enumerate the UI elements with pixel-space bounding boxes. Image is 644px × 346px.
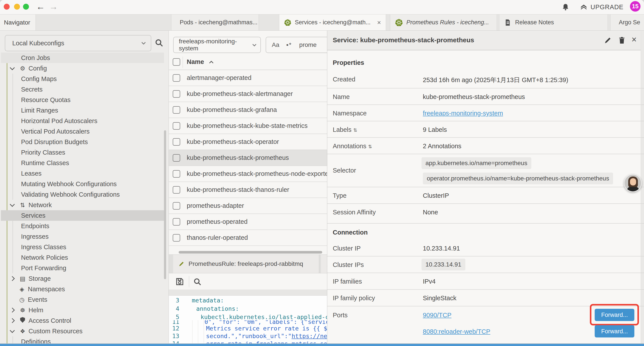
save-icon[interactable] [175, 277, 184, 286]
namespace-link[interactable]: freeleaps-monitoring-system [423, 110, 503, 117]
edit-pencil-icon[interactable] [604, 36, 612, 44]
tab-prometheus-rules-label: Prometheus Rules - icecheng... [406, 19, 489, 26]
line-number: 4 [169, 304, 179, 313]
window-close-light[interactable] [4, 4, 10, 10]
row-checkbox[interactable] [173, 138, 180, 146]
sort-toggle-icon[interactable]: ⇅ [353, 127, 357, 133]
sidebar-group-events[interactable]: ◷ Events [1, 294, 164, 305]
back-arrow-icon[interactable]: ← [36, 2, 45, 11]
app-window: ← → UPGRADE 15 Navigator Pods - icecheng… [0, 0, 644, 346]
sidebar-item-services[interactable]: Services [1, 210, 164, 221]
kubeconfig-search-icon[interactable] [155, 38, 164, 47]
table-header: Name [169, 54, 336, 70]
chevron-down-icon [141, 41, 146, 45]
sidebar-item-runtime-classes[interactable]: Runtime Classes [1, 158, 164, 168]
tab-argo[interactable]: Argo Se [610, 14, 644, 30]
sidebar-item-horizontal-pod-autoscalers[interactable]: Horizontal Pod Autoscalers [1, 116, 164, 126]
row-checkbox[interactable] [173, 74, 180, 82]
sidebar-scrollbar[interactable] [164, 130, 166, 279]
namespace-filter-value: freeleaps-monitoring-system [179, 38, 252, 52]
namespace-filter-dropdown[interactable]: freeleaps-monitoring-system [173, 37, 261, 53]
sidebar-group-config[interactable]: ⚙ Config [1, 63, 164, 74]
port-link-8080[interactable]: 8080:reloader-web/TCP [423, 328, 490, 335]
navigator-tab-label: Navigator [4, 19, 30, 26]
sidebar-group-network[interactable]: ⇅ Network [1, 200, 164, 210]
select-all-checkbox[interactable] [173, 58, 180, 66]
sidebar-item-secrets[interactable]: Secrets [1, 84, 164, 95]
sidebar-item-leases[interactable]: Leases [1, 168, 164, 179]
sidebar-item-limit-ranges[interactable]: Limit Ranges [1, 105, 164, 116]
column-header-name[interactable]: Name [187, 58, 204, 65]
sidebar-item-endpoints[interactable]: Endpoints [1, 221, 164, 231]
delete-trash-icon[interactable] [618, 36, 626, 44]
access-control-shield-icon [19, 317, 26, 324]
chevron-down-icon [10, 328, 15, 333]
tab-pods-label: Pods - icecheng@mathmas... [180, 19, 258, 26]
sidebar-item-port-forwarding[interactable]: Port Forwarding [1, 263, 164, 273]
sidebar-item-cron-jobs[interactable]: Cron Jobs [1, 52, 164, 63]
sidebar-group-custom-resources[interactable]: ❖ Custom Resources [1, 326, 164, 336]
row-checkbox[interactable] [173, 218, 180, 226]
tab-release-notes[interactable]: Release Notes [499, 14, 608, 30]
code-line: metadata: [192, 296, 224, 304]
chevron-down-icon [252, 43, 256, 47]
regex-toggle[interactable]: ▪* [286, 41, 292, 48]
close-panel-icon[interactable]: × [632, 34, 636, 44]
sidebar-item-network-policies[interactable]: Network Policies [1, 252, 164, 263]
tab-services-label: Services - icecheng@math... [295, 19, 371, 26]
tab-pods[interactable]: Pods - icecheng@mathmas... [171, 14, 259, 30]
sidebar-item-mutating-webhook-configurations[interactable]: Mutating Webhook Configurations [1, 179, 164, 189]
editor-tab-prometheusrule[interactable]: PrometheusRule: freeleaps-prod-rabbitmq [173, 255, 319, 273]
line-number: 3 [169, 296, 179, 304]
sidebar-item-pod-disruption-budgets[interactable]: Pod Disruption Budgets [1, 137, 164, 147]
row-checkbox[interactable] [173, 154, 180, 162]
chevron-right-icon [10, 276, 15, 281]
notification-count-badge[interactable]: 15 [630, 1, 640, 11]
row-checkbox[interactable] [173, 122, 180, 130]
detail-panel-header: Service: kube-prometheus-stack-prometheu… [327, 31, 644, 50]
kubernetes-icon [395, 19, 403, 26]
editor-search-icon[interactable] [193, 278, 202, 286]
sidebar-item-validating-webhook-configurations[interactable]: Validating Webhook Configurations [1, 189, 164, 200]
tab-close-icon[interactable]: × [377, 19, 381, 26]
sidebar-group-helm[interactable]: ☸ Helm [1, 305, 164, 315]
window-zoom-light[interactable] [23, 4, 29, 10]
match-case-toggle[interactable]: Aa [272, 41, 279, 48]
upgrade-button[interactable]: UPGRADE [590, 3, 624, 11]
forward-button-9090[interactable]: Forward... [595, 309, 634, 321]
row-checkbox[interactable] [173, 170, 180, 178]
detail-row-cluster-ips: Cluster IPs 10.233.14.91 [327, 256, 644, 273]
sidebar-item-ingress-classes[interactable]: Ingress Classes [1, 242, 164, 252]
row-checkbox[interactable] [173, 202, 180, 210]
row-checkbox[interactable] [173, 234, 180, 242]
user-avatar[interactable] [624, 174, 642, 192]
detail-row-namespace: Namespace freeleaps-monitoring-system [327, 105, 644, 121]
window-minimize-light[interactable] [14, 4, 20, 10]
horizontal-scrollbar[interactable] [179, 251, 322, 254]
sidebar-item-vertical-pod-autoscalers[interactable]: Vertical Pod Autoscalers [1, 126, 164, 137]
sidebar-item-ingresses[interactable]: Ingresses [1, 231, 164, 242]
forward-arrow-icon[interactable]: → [49, 2, 58, 11]
notifications-bell-icon[interactable] [562, 3, 570, 11]
sidebar-item-config-maps[interactable]: Config Maps [1, 74, 164, 84]
sidebar-group-access-control[interactable]: Access Control [1, 315, 164, 326]
editor-toolbar [169, 274, 336, 289]
kubeconfig-selector[interactable]: Local Kubeconfigs [5, 35, 151, 51]
line-number: 5 [169, 313, 179, 321]
row-checkbox[interactable] [173, 90, 180, 98]
row-checkbox[interactable] [173, 186, 180, 194]
edit-pencil-icon [178, 261, 184, 267]
forward-button-8080[interactable]: Forward... [595, 325, 634, 338]
row-checkbox[interactable] [173, 106, 180, 114]
sidebar-group-namespaces[interactable]: ◈ Namespaces [1, 284, 164, 294]
tab-services[interactable]: Services - icecheng@math... × [279, 14, 386, 30]
bottom-accent-bar [0, 344, 644, 346]
tab-navigator[interactable]: Navigator [0, 14, 36, 30]
sort-toggle-icon[interactable]: ⇅ [368, 144, 372, 149]
sidebar-item-resource-quotas[interactable]: Resource Quotas [1, 95, 164, 105]
tab-prometheus-rules[interactable]: Prometheus Rules - icecheng... [390, 14, 497, 30]
port-link-9090[interactable]: 9090/TCP [423, 312, 452, 319]
sidebar-item-priority-classes[interactable]: Priority Classes [1, 147, 164, 158]
selector-chip: operator.prometheus.io/name=kube-prometh… [423, 173, 613, 184]
sidebar-group-storage[interactable]: ▤ Storage [1, 273, 164, 284]
